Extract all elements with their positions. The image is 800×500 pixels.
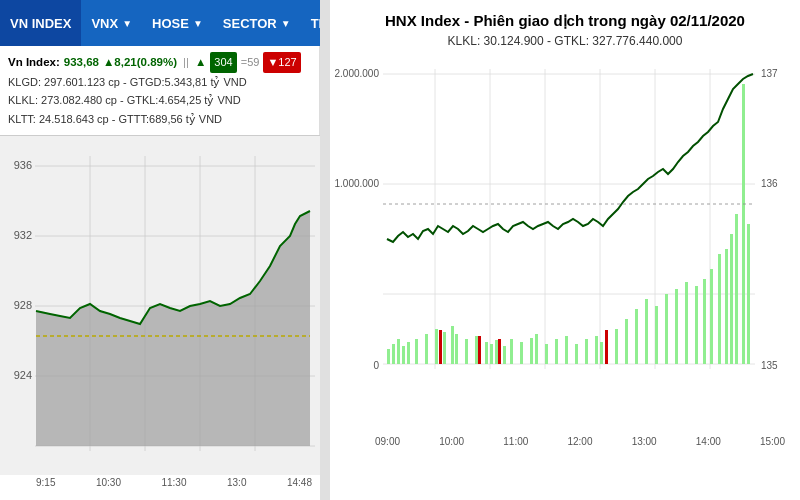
time-label: 14:48 (287, 477, 312, 488)
time-label: 13:00 (632, 436, 657, 447)
svg-rect-47 (503, 346, 506, 364)
right-panel: HNX Index - Phiên giao dịch trong ngày 0… (330, 0, 800, 447)
panel-divider (320, 0, 330, 500)
svg-rect-38 (435, 329, 438, 364)
vn-index-change: ▲8,21(0.89%) (103, 53, 177, 73)
svg-rect-39 (443, 332, 446, 364)
svg-rect-57 (595, 336, 598, 364)
svg-rect-77 (478, 336, 481, 364)
svg-rect-45 (490, 344, 493, 364)
time-label: 15:00 (760, 436, 785, 447)
time-labels-left: 9:15 10:30 11:30 13:0 14:48 (0, 475, 320, 488)
svg-text:0: 0 (373, 360, 379, 371)
svg-rect-31 (387, 349, 390, 364)
separator: || (183, 53, 189, 73)
vn-index-svg: 936 932 928 924 (0, 136, 320, 476)
hnx-svg: 2.000.000 1.000.000 0 137 136 135 (335, 54, 795, 434)
left-panel: VN INDEX VNX ▼ HOSE ▼ SECTOR ▼ TRI Vn In… (0, 0, 320, 488)
svg-text:135: 135 (761, 360, 778, 371)
svg-rect-50 (530, 338, 533, 364)
svg-rect-66 (685, 282, 688, 364)
nav-hose[interactable]: HOSE ▼ (142, 0, 213, 46)
svg-text:932: 932 (14, 229, 32, 241)
svg-rect-51 (535, 334, 538, 364)
nav-vnx[interactable]: VNX ▼ (81, 0, 142, 46)
time-label: 11:30 (161, 477, 186, 488)
svg-rect-33 (397, 339, 400, 364)
svg-text:928: 928 (14, 299, 32, 311)
svg-rect-58 (600, 342, 603, 364)
hnx-title: HNX Index - Phiên giao dịch trong ngày 0… (330, 0, 800, 34)
svg-rect-54 (565, 336, 568, 364)
klkl-line: KLKL: 273.082.480 cp - GTKL:4.654,25 tỷ … (8, 91, 311, 110)
svg-rect-79 (605, 330, 608, 364)
svg-rect-62 (645, 299, 648, 364)
svg-rect-52 (545, 344, 548, 364)
time-label: 14:00 (696, 436, 721, 447)
neutral-count: =59 (241, 53, 260, 72)
kltt-line: KLTT: 24.518.643 cp - GTTT:689,56 tỷ VND (8, 110, 311, 129)
up-count-badge: 304 (210, 52, 236, 73)
svg-rect-35 (407, 342, 410, 364)
svg-rect-56 (585, 339, 588, 364)
time-label: 10:30 (96, 477, 121, 488)
chevron-down-icon: ▼ (193, 18, 203, 29)
hnx-subtitle: KLKL: 30.124.900 - GTKL: 327.776.440.000 (330, 34, 800, 48)
down-count-badge: ▼127 (263, 52, 300, 73)
svg-rect-46 (495, 340, 498, 364)
svg-text:1.000.000: 1.000.000 (335, 178, 379, 189)
svg-text:2.000.000: 2.000.000 (335, 68, 379, 79)
up-arrow-icon: ▲ (195, 53, 206, 73)
time-label: 13:0 (227, 477, 246, 488)
svg-rect-32 (392, 344, 395, 364)
svg-rect-64 (665, 294, 668, 364)
svg-rect-40 (451, 326, 454, 364)
svg-rect-49 (520, 342, 523, 364)
nav-sector-label: SECTOR (223, 16, 277, 31)
svg-rect-36 (415, 339, 418, 364)
svg-rect-44 (485, 342, 488, 364)
svg-rect-72 (730, 234, 733, 364)
svg-rect-68 (703, 279, 706, 364)
svg-rect-75 (747, 224, 750, 364)
time-label: 11:00 (503, 436, 528, 447)
klgd-line: KLGD: 297.601.123 cp - GTGD:5.343,81 tỷ … (8, 73, 311, 92)
nav-hose-label: HOSE (152, 16, 189, 31)
svg-text:924: 924 (14, 369, 32, 381)
time-labels-right: 09:00 10:00 11:00 12:00 13:00 14:00 15:0… (335, 434, 795, 447)
svg-marker-13 (36, 211, 310, 446)
svg-rect-70 (718, 254, 721, 364)
hnx-chart: 2.000.000 1.000.000 0 137 136 135 (335, 54, 795, 434)
svg-rect-41 (455, 334, 458, 364)
vn-index-chart: 936 932 928 924 (0, 135, 320, 475)
svg-rect-59 (615, 329, 618, 364)
svg-rect-74 (742, 84, 745, 364)
nav-sector[interactable]: SECTOR ▼ (213, 0, 301, 46)
vn-index-info: Vn Index: 933,68 ▲8,21(0.89%) || ▲ 304 =… (0, 46, 320, 135)
svg-rect-53 (555, 339, 558, 364)
time-label: 10:00 (439, 436, 464, 447)
svg-text:137: 137 (761, 68, 778, 79)
svg-rect-63 (655, 306, 658, 364)
svg-rect-55 (575, 344, 578, 364)
svg-rect-43 (475, 336, 478, 364)
svg-text:136: 136 (761, 178, 778, 189)
time-label: 9:15 (36, 477, 55, 488)
nav-vn-index[interactable]: VN INDEX (0, 0, 81, 46)
vn-index-value: 933,68 (64, 53, 99, 73)
svg-rect-71 (725, 249, 728, 364)
svg-rect-42 (465, 339, 468, 364)
svg-rect-73 (735, 214, 738, 364)
svg-rect-65 (675, 289, 678, 364)
svg-rect-60 (625, 319, 628, 364)
svg-rect-69 (710, 269, 713, 364)
nav-vnx-label: VNX (91, 16, 118, 31)
time-label: 09:00 (375, 436, 400, 447)
nav-vn-index-label: VN INDEX (10, 16, 71, 31)
svg-rect-34 (402, 346, 405, 364)
vn-index-label: Vn Index: (8, 53, 60, 73)
svg-rect-78 (498, 339, 501, 364)
chevron-down-icon: ▼ (281, 18, 291, 29)
svg-text:936: 936 (14, 159, 32, 171)
svg-rect-48 (510, 339, 513, 364)
